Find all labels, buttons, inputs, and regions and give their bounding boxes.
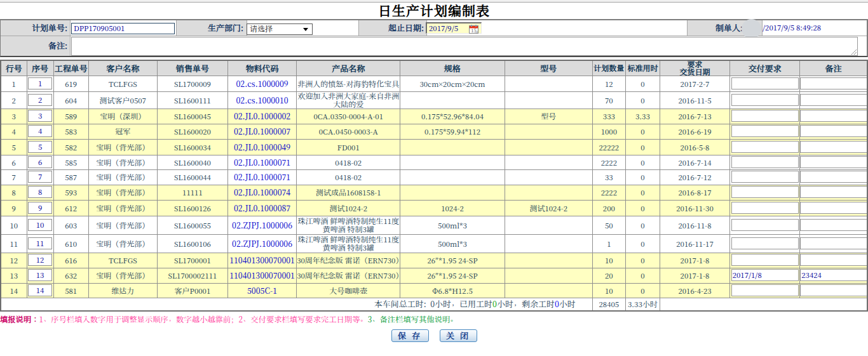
svg-text:15: 15 xyxy=(471,27,476,34)
